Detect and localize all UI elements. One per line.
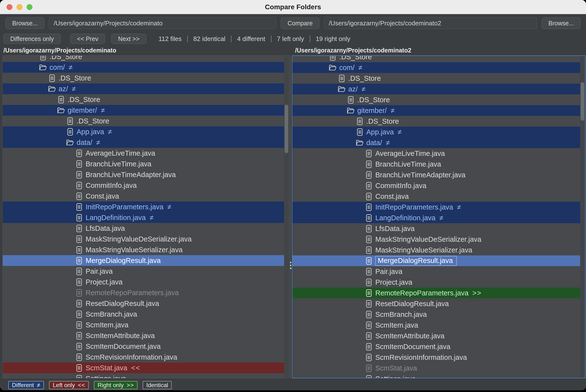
tree-row[interactable]: ScmItemAttribute.java <box>3 330 284 341</box>
tree-row[interactable]: .DS_Store <box>292 73 580 84</box>
tree-row[interactable]: ScmStat.java <box>292 363 580 374</box>
tree-row[interactable]: .DS_Store <box>3 94 284 105</box>
stat-left-only: 7 left only <box>277 35 304 43</box>
tree-row[interactable]: .DS_Store <box>292 116 580 126</box>
file-name: ScmItemDocument.java <box>375 343 450 351</box>
stat-separator <box>231 36 231 42</box>
tree-row[interactable]: data/≠ <box>292 137 580 148</box>
folder-name: data/ <box>366 139 382 147</box>
diff-status-indicator: ≠ <box>96 138 101 146</box>
compare-panels: .DS_Storecom/≠.DS_Storeaz/≠.DS_Storegite… <box>0 55 586 378</box>
left-scrollbar[interactable] <box>284 56 289 378</box>
panel-splitter[interactable] <box>289 55 292 378</box>
tree-row[interactable]: Project.java <box>3 276 284 287</box>
browse-left-button[interactable]: Browse... <box>5 17 44 29</box>
left-path-input[interactable]: /Users/igorazarny/Projects/codeminato <box>49 17 276 29</box>
tree-row[interactable]: InitRepoParameters.java≠ <box>3 202 284 212</box>
tree-row[interactable]: Settings.java <box>292 374 580 378</box>
splitter-grip-icon[interactable] <box>290 262 291 269</box>
tree-row[interactable]: LangDefinition.java≠ <box>292 212 580 223</box>
tree-row[interactable]: .DS_Store <box>3 116 284 126</box>
browse-right-button[interactable]: Browse... <box>542 17 581 29</box>
tree-row[interactable]: ScmItemDocument.java <box>292 341 580 352</box>
tree-row[interactable]: com/≠ <box>292 62 580 73</box>
tree-row[interactable]: ScmItem.java <box>3 320 284 330</box>
stat-separator <box>271 36 271 42</box>
tree-row[interactable]: ScmItemDocument.java <box>3 341 284 352</box>
file-icon <box>75 277 83 286</box>
tree-row[interactable]: BranchLiveTime.java <box>3 158 284 169</box>
left-scrollbar-thumb[interactable] <box>285 105 288 153</box>
stat-right-only: 19 right only <box>316 35 350 43</box>
tree-row[interactable]: .DS_Store <box>3 56 284 62</box>
tree-row[interactable]: MergeDialogResult.java <box>3 255 284 266</box>
file-name: AverageLiveTime.java <box>375 150 445 158</box>
tree-row[interactable]: MaskStringValueDeSerializer.java <box>3 234 284 244</box>
tree-row[interactable]: gitember/≠ <box>292 105 580 116</box>
file-name: RemoteRepoParameters.java <box>375 289 469 297</box>
tree-row[interactable]: .DS_Store <box>292 56 580 62</box>
tree-row[interactable]: Const.java <box>3 191 284 202</box>
right-scrollbar-thumb[interactable] <box>581 82 584 121</box>
tree-row[interactable]: BranchLiveTime.java <box>292 159 580 170</box>
file-icon <box>365 342 373 351</box>
tree-row[interactable]: data/≠ <box>3 137 284 148</box>
stat-files: 112 files <box>158 35 182 43</box>
tree-row[interactable]: Pair.java <box>292 266 580 277</box>
tree-row[interactable]: LangDefinition.java≠ <box>3 212 284 223</box>
tree-row[interactable]: App.java≠ <box>292 126 580 137</box>
diff-status-indicator: << <box>131 364 140 372</box>
tree-row[interactable]: Pair.java <box>3 266 284 276</box>
right-path-input[interactable]: /Users/igorazarny/Projects/codeminato2 <box>324 17 537 29</box>
tree-row[interactable]: RemoteRepoParameters.java>> <box>292 288 580 298</box>
tree-row[interactable]: ScmRevisionInformation.java <box>292 352 580 363</box>
tree-row[interactable]: ScmBranch.java <box>292 309 580 320</box>
tree-row[interactable]: InitRepoParameters.java≠ <box>292 202 580 212</box>
tree-row[interactable]: AverageLiveTime.java <box>3 148 284 158</box>
tree-row[interactable]: RemoteRepoParameters.java <box>3 287 284 298</box>
legend-symbol: ≠ <box>37 382 40 388</box>
tree-row[interactable]: CommitInfo.java <box>3 180 284 191</box>
tree-row[interactable]: MergeDialogResult.java <box>292 256 580 266</box>
tree-row[interactable]: .DS_Store <box>3 73 284 84</box>
tree-row[interactable]: BranchLiveTimeAdapter.java <box>292 170 580 180</box>
tree-row[interactable]: gitember/≠ <box>3 105 284 116</box>
tree-row[interactable]: MaskStringValueSerializer.java <box>292 245 580 256</box>
tree-row[interactable]: ScmItem.java <box>292 320 580 330</box>
tree-row[interactable]: Const.java <box>292 191 580 202</box>
left-path-value: /Users/igorazarny/Projects/codeminato <box>54 20 163 27</box>
tree-row[interactable]: ResetDialogResult.java <box>3 298 284 309</box>
tree-row[interactable]: BranchLiveTimeAdapter.java <box>3 169 284 180</box>
file-name: LangDefinition.java <box>86 214 146 222</box>
tree-row[interactable]: App.java≠ <box>3 126 284 137</box>
tree-row[interactable]: ScmItemAttribute.java <box>292 330 580 341</box>
differences-only-button[interactable]: Differences only <box>3 34 61 44</box>
right-scrollbar[interactable] <box>580 56 585 378</box>
file-icon <box>75 202 83 212</box>
tree-row[interactable]: ResetDialogResult.java <box>292 298 580 309</box>
tree-row[interactable]: Settings.java <box>3 373 284 378</box>
tree-row[interactable]: az/≠ <box>3 84 284 94</box>
tree-row[interactable]: com/≠ <box>3 62 284 73</box>
diff-status-indicator: ≠ <box>359 64 363 72</box>
file-name: LfsData.java <box>375 225 415 233</box>
tree-row[interactable]: MaskStringValueSerializer.java <box>3 244 284 255</box>
tree-row[interactable]: ScmBranch.java <box>3 309 284 320</box>
legend: Different≠Left only<<Right only>>Identic… <box>8 381 172 389</box>
tree-row[interactable]: .DS_Store <box>292 94 580 105</box>
tree-row[interactable]: CommitInfo.java <box>292 180 580 191</box>
tree-row[interactable]: LfsData.java <box>292 223 580 234</box>
tree-row[interactable]: LfsData.java <box>3 223 284 234</box>
compare-button[interactable]: Compare <box>281 17 319 29</box>
tree-row[interactable]: AverageLiveTime.java <box>292 148 580 159</box>
tree-row[interactable]: ScmRevisionInformation.java <box>3 352 284 362</box>
prev-difference-button[interactable]: << Prev <box>70 34 105 44</box>
tree-row[interactable]: Project.java <box>292 277 580 288</box>
tree-row[interactable]: ScmStat.java<< <box>3 362 284 373</box>
tree-row[interactable]: MaskStringValueDeSerializer.java <box>292 234 580 245</box>
next-difference-button[interactable]: Next >> <box>111 34 146 44</box>
file-name: Project.java <box>375 278 412 286</box>
file-name: ScmItem.java <box>375 321 418 329</box>
tree-row[interactable]: az/≠ <box>292 84 580 94</box>
file-name: RemoteRepoParameters.java <box>86 289 179 297</box>
